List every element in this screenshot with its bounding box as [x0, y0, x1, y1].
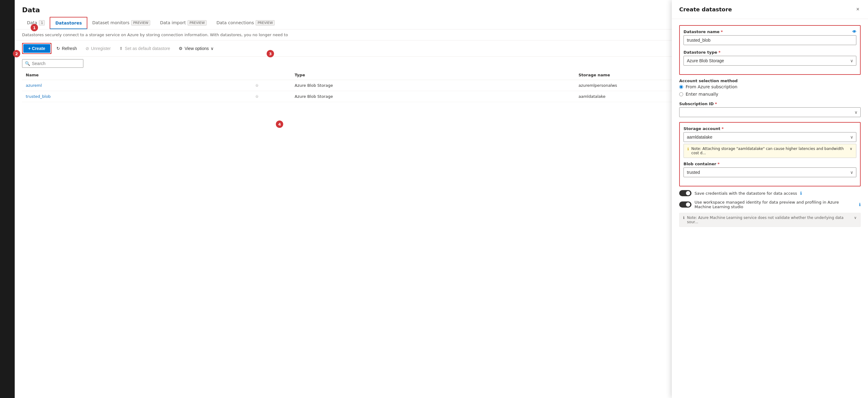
view-options-label: View options [185, 46, 209, 51]
save-credentials-row: Save credentials with the datastore for … [679, 190, 861, 196]
tab-datastores-label: Datastores [55, 21, 82, 26]
storage-note-text: Note: Attaching storage "aamldatalake" c… [691, 147, 847, 155]
subscription-id-label: Subscription ID * [679, 101, 861, 106]
step-4-badge: 4 [276, 121, 283, 128]
datastore-type-label: Datastore type * [683, 50, 856, 55]
account-selection-label: Account selection method [679, 79, 861, 83]
set-default-button[interactable]: ⬆ Set as default datastore [116, 44, 174, 53]
storage-select-wrapper: aamldatalake ∨ [683, 132, 856, 142]
workspace-identity-info-icon[interactable]: ℹ [859, 202, 861, 207]
tab-data-import[interactable]: Data import PREVIEW [155, 17, 212, 29]
save-credentials-label: Save credentials with the datastore for … [694, 191, 797, 195]
save-credentials-info-icon[interactable]: ℹ [800, 191, 802, 195]
subscription-id-section: Subscription ID * ∨ [679, 101, 861, 117]
set-default-icon: ⬆ [119, 46, 123, 51]
tab-dataset-monitors-badge: PREVIEW [131, 20, 150, 26]
eye-icon[interactable]: 👁 [852, 29, 856, 34]
storage-account-label: Storage account * [683, 126, 856, 131]
storage-account-section: Storage account * aamldatalake ∨ ℹ Note:… [679, 122, 861, 186]
row-1-name[interactable]: azureml [26, 83, 42, 88]
radio-azure[interactable]: From Azure subscription [679, 84, 861, 89]
bottom-note-icon: ℹ [683, 216, 685, 220]
save-credentials-toggle[interactable] [679, 190, 691, 196]
datastore-type-section: Datastore type * Azure Blob Storage ∨ [683, 50, 856, 66]
search-box: 🔍 [22, 59, 83, 68]
search-icon: 🔍 [25, 61, 30, 66]
tab-data-import-label: Data import [160, 20, 186, 25]
step-1-badge: 1 [31, 24, 38, 31]
search-input[interactable] [32, 61, 81, 66]
radio-group: From Azure subscription Enter manually [679, 84, 861, 97]
radio-manual[interactable]: Enter manually [679, 92, 861, 97]
step-3-badge: 3 [267, 50, 274, 57]
info-icon: ℹ [687, 147, 689, 151]
refresh-icon: ↻ [56, 46, 60, 51]
tab-datastores[interactable]: Datastores [50, 17, 87, 29]
blob-container-label: Blob container * [683, 161, 856, 166]
refresh-button[interactable]: ↻ Refresh [53, 44, 81, 53]
view-options-button[interactable]: ⚙ View options ∨ [175, 44, 217, 53]
blob-container-select[interactable]: trusted [683, 167, 856, 177]
datastore-name-input[interactable] [683, 35, 856, 45]
tab-data-connections[interactable]: Data connections PREVIEW [212, 17, 280, 29]
bottom-note: ℹ Note: Azure Machine Learning service d… [679, 213, 861, 227]
row-1-star[interactable]: ☆ [223, 80, 291, 91]
datastore-name-label: Datastore name * 👁 [683, 29, 856, 34]
col-name: Name [22, 70, 223, 80]
unregister-icon: ⊘ [86, 46, 89, 51]
row-2-type: Azure Blob Storage [291, 91, 575, 102]
panel-header: Create datastore × [672, 0, 868, 19]
subscription-select[interactable] [679, 107, 861, 117]
blob-container-section: Blob container * trusted ∨ [683, 161, 856, 177]
set-default-label: Set as default datastore [125, 46, 170, 51]
datastore-type-wrapper: Azure Blob Storage ∨ [683, 56, 856, 66]
chevron-down-icon: ∨ [211, 46, 214, 51]
tab-data-connections-badge: PREVIEW [256, 20, 275, 26]
tab-data-connections-label: Data connections [216, 20, 254, 25]
required-star: * [721, 29, 723, 34]
row-2-name[interactable]: trusted_blob [26, 94, 51, 99]
panel-close-button[interactable]: × [855, 5, 861, 14]
step-2-badge: 2 [13, 50, 20, 57]
row-2-star[interactable]: ☆ [223, 91, 291, 102]
create-datastore-panel: Create datastore × Datastore name * 👁 Da… [672, 0, 868, 398]
create-button[interactable]: + Create [23, 44, 50, 53]
tab-data-badge: 1 [39, 20, 45, 26]
bottom-note-text: Note: Azure Machine Learning service doe… [687, 216, 852, 224]
col-star [223, 70, 291, 80]
storage-note-banner: ℹ Note: Attaching storage "aamldatalake"… [683, 144, 856, 158]
refresh-label: Refresh [62, 46, 77, 51]
view-options-icon: ⚙ [179, 46, 183, 51]
tab-dataset-monitors-label: Dataset monitors [92, 20, 129, 25]
expand-bottom-note-icon[interactable]: ∨ [854, 216, 857, 220]
row-1-type: Azure Blob Storage [291, 80, 575, 91]
datastore-name-section: Datastore name * 👁 [683, 29, 856, 45]
unregister-label: Unregister [91, 46, 111, 51]
datastore-name-type-section: Datastore name * 👁 Datastore type * Azur… [679, 25, 861, 75]
required-star-blob: * [717, 161, 720, 166]
workspace-identity-label: Use workspace managed identity for data … [694, 200, 856, 209]
create-button-wrapper: + Create [22, 43, 52, 54]
panel-title: Create datastore [679, 6, 732, 12]
storage-account-select[interactable]: aamldatalake [683, 132, 856, 142]
datastore-type-select[interactable]: Azure Blob Storage [683, 56, 856, 66]
unregister-button[interactable]: ⊘ Unregister [82, 44, 115, 53]
col-type: Type [291, 70, 575, 80]
tab-dataset-monitors[interactable]: Dataset monitors PREVIEW [87, 17, 155, 29]
blob-select-wrapper: trusted ∨ [683, 167, 856, 177]
required-star-storage: * [721, 126, 724, 131]
account-selection-section: Account selection method From Azure subs… [679, 79, 861, 97]
panel-body: Datastore name * 👁 Datastore type * Azur… [672, 19, 868, 398]
tab-data-import-badge: PREVIEW [188, 20, 207, 26]
workspace-identity-toggle[interactable] [679, 202, 691, 208]
expand-note-icon[interactable]: ∨ [849, 147, 852, 151]
subscription-select-wrapper: ∨ [679, 107, 861, 117]
required-star-type: * [718, 50, 720, 55]
workspace-identity-row: Use workspace managed identity for data … [679, 200, 861, 209]
required-star-sub: * [715, 101, 717, 106]
